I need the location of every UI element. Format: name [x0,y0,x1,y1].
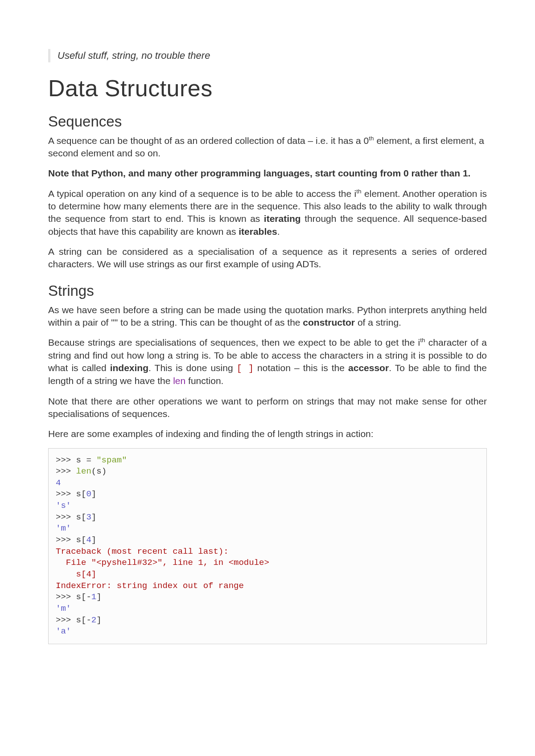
strings-paragraph-1: As we have seen before a string can be m… [48,304,487,329]
strings-paragraph-2: Because strings are specialisations of s… [48,336,487,387]
sequences-note: Note that Python, and many other program… [48,167,487,180]
section-sequences-heading: Sequences [48,113,487,130]
sequences-paragraph-2: A typical operation on any kind of a seq… [48,188,487,238]
page-title: Data Structures [48,75,487,102]
index-error-line: IndexError: string index out of range [56,581,244,591]
section-strings-heading: Strings [48,282,487,299]
superscript-th: th [356,188,361,195]
superscript-th: th [420,337,425,343]
traceback-line: Traceback (most recent call last): [56,547,229,556]
quote-text: Useful stuff, string, no trouble there [58,49,487,62]
code-example: >>> s = "spam" >>> len(s) 4 >>> s[0] 's'… [48,448,487,644]
sequences-paragraph-1: A sequence can be thought of as an order… [48,135,487,160]
len-function-link[interactable]: len [173,376,185,386]
intro-quote: Useful stuff, string, no trouble there [48,49,487,62]
strings-paragraph-4: Here are some examples of indexing and f… [48,428,487,440]
strings-paragraph-3: Note that there are other operations we … [48,395,487,421]
superscript-th: th [369,135,374,142]
sequences-paragraph-3: A string can be considered as a speciali… [48,245,487,271]
bracket-notation-code: [ ] [237,364,254,374]
document-page: Useful stuff, string, no trouble there D… [0,0,535,756]
